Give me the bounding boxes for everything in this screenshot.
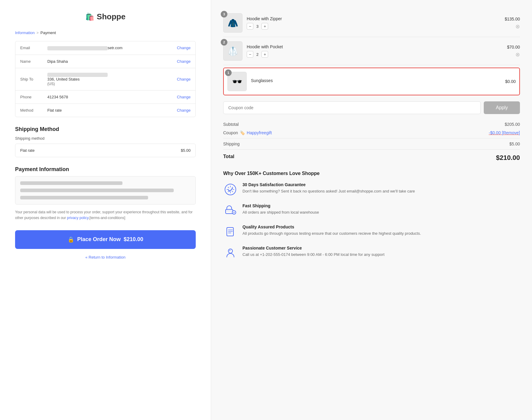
method-label: Method (20, 108, 47, 113)
item-name-3: Sunglasses (251, 78, 501, 83)
email-label: Email (20, 46, 47, 50)
return-to-information-link[interactable]: « Return to Information (85, 255, 125, 259)
shipping-method-box: Flat rate $5.00 (15, 144, 196, 157)
totals-section: Subtotal $205.00 Coupon 🏷️ Happyfreegift… (223, 120, 520, 164)
subtotal-row: Subtotal $205.00 (223, 120, 520, 129)
info-row-method: Method Flat rate Change (15, 104, 195, 117)
coupon-discount[interactable]: -$0.00 [Remove] (489, 130, 520, 135)
trust-title-3: Quality Assured Products (242, 224, 421, 229)
trust-icon-4 (223, 246, 238, 260)
trust-item-4: Passionate Customer Service Call us at +… (223, 246, 520, 260)
qty-value-1: 3 (256, 24, 258, 29)
item-info-2: Hoodie with Pocket − 2 + (247, 44, 503, 58)
logo: 🛍️ Shoppe (85, 12, 125, 21)
item-info-1: Hoodie with Zipper − 3 + (247, 16, 500, 30)
subtotal-value: $205.00 (505, 122, 520, 127)
phone-value: 41234 5678 (47, 95, 177, 99)
logo-text: Shoppe (97, 12, 125, 21)
item-price-3: $0.00 (505, 79, 516, 84)
item-name-2: Hoodie with Pocket (247, 44, 503, 49)
payment-info-box (15, 176, 196, 205)
flat-rate-label: Flat rate (20, 148, 35, 153)
shipping-method-title: Shipping Method (15, 126, 196, 132)
apply-coupon-button[interactable]: Apply (484, 101, 520, 114)
total-value: $210.00 (496, 154, 520, 162)
name-change-button[interactable]: Change (177, 59, 191, 64)
shipping-label: Shipping (223, 142, 240, 146)
coupon-label-text: Coupon (223, 130, 238, 135)
trust-desc-4: Call us at +1-202-555-0174 between 9:00 … (242, 252, 385, 258)
phone-change-button[interactable]: Change (177, 95, 191, 99)
subtotal-label: Subtotal (223, 122, 239, 127)
trust-item-3: Quality Assured Products All products go… (223, 224, 520, 239)
breadcrumb: Information > Payment (15, 30, 196, 35)
qty-value-2: 2 (256, 52, 258, 57)
cart-item-2: 2 🥼 Hoodie with Pocket − 2 + $70.00 ⊗ (223, 37, 520, 65)
trust-desc-3: All products go through rigorous testing… (242, 231, 421, 237)
item-qty-controls-2: − 2 + (247, 51, 503, 58)
shipping-method-subtitle: Shipping method (15, 136, 196, 141)
payment-info-title: Payment Information (15, 166, 196, 173)
svg-rect-1 (226, 209, 233, 214)
trust-item-1: 30 Days Satisfaction Gaurantee Don't lik… (223, 182, 520, 197)
item-thumb-wrap-2: 2 🥼 (223, 41, 242, 61)
name-label: Name (20, 59, 47, 64)
trust-text-3: Quality Assured Products All products go… (242, 224, 421, 237)
shipping-value: $5.00 (509, 142, 520, 146)
trust-title-4: Passionate Customer Service (242, 246, 385, 250)
total-row: Total $210.00 (223, 149, 520, 164)
coupon-input[interactable] (223, 101, 481, 114)
privacy-suffix: .[terms-and-conditions] (88, 216, 125, 220)
trust-item-2: Fast Shipping All orders are shipped fro… (223, 203, 520, 218)
return-link-area: « Return to Information (15, 255, 196, 259)
coupon-tag-icon: 🏷️ (240, 130, 245, 135)
email-value: setr.com (47, 46, 177, 50)
trust-icon-3 (223, 224, 238, 239)
name-value: Dipa Shaha (47, 59, 177, 64)
trust-title: Why Over 150K+ Customers Love Shoppe (223, 171, 520, 176)
method-change-button[interactable]: Change (177, 108, 191, 113)
info-table: Email setr.com Change Name Dipa Shaha Ch… (15, 41, 196, 117)
cart-item-1: 3 🧥 Hoodie with Zipper − 3 + $135.00 ⊗ (223, 9, 520, 37)
item-right-2: $70.00 ⊗ (507, 45, 520, 57)
logo-area: 🛍️ Shoppe (15, 12, 196, 21)
svg-point-8 (228, 249, 233, 253)
item-name-1: Hoodie with Zipper (247, 16, 500, 21)
place-order-button[interactable]: 🔒 Place Order Now $210.00 (15, 230, 196, 249)
trust-text-2: Fast Shipping All orders are shipped fro… (242, 203, 319, 215)
breadcrumb-information-link[interactable]: Information (15, 30, 35, 35)
qty-increase-1[interactable]: + (261, 23, 268, 30)
cart-items: 3 🧥 Hoodie with Zipper − 3 + $135.00 ⊗ 2… (223, 9, 520, 95)
qty-decrease-1[interactable]: − (247, 23, 253, 30)
payment-blurred-3 (20, 196, 148, 199)
item-info-3: Sunglasses (251, 78, 501, 85)
qty-increase-2[interactable]: + (261, 51, 268, 58)
trust-text-1: 30 Days Satisfaction Gaurantee Don't lik… (242, 182, 415, 194)
item-badge-2: 2 (221, 39, 227, 46)
breadcrumb-current: Payment (40, 30, 56, 35)
info-row-email: Email setr.com Change (15, 41, 195, 55)
shipto-value: 336, United States (US) (47, 72, 177, 86)
trust-section: Why Over 150K+ Customers Love Shoppe 30 … (223, 171, 520, 260)
privacy-text: Your personal data will be used to proce… (15, 209, 196, 221)
coupon-name: Happyfreegift (247, 130, 272, 135)
coupon-label: Coupon 🏷️ Happyfreegift (223, 130, 272, 135)
info-row-phone: Phone 41234 5678 Change (15, 91, 195, 104)
qty-decrease-2[interactable]: − (247, 51, 253, 58)
privacy-policy-link[interactable]: privacy policy (67, 216, 88, 220)
lock-icon: 🔒 (68, 236, 74, 243)
info-row-shipto: Ship To 336, United States (US) Change (15, 68, 195, 91)
phone-label: Phone (20, 95, 47, 99)
remove-button-1[interactable]: ⊗ (515, 24, 520, 29)
email-change-button[interactable]: Change (177, 46, 191, 50)
shipto-change-button[interactable]: Change (177, 77, 191, 81)
flat-rate-price: $5.00 (181, 148, 191, 153)
remove-button-2[interactable]: ⊗ (515, 52, 520, 57)
item-thumb-wrap-1: 3 🧥 (223, 13, 242, 33)
coupon-row-totals: Coupon 🏷️ Happyfreegift -$0.00 [Remove] (223, 129, 520, 137)
trust-desc-1: Don't like something? Sent it back no qu… (242, 188, 415, 194)
trust-text-4: Passionate Customer Service Call us at +… (242, 246, 385, 258)
trust-title-2: Fast Shipping (242, 203, 319, 208)
item-right-1: $135.00 ⊗ (505, 17, 520, 29)
trust-title-1: 30 Days Satisfaction Gaurantee (242, 182, 415, 187)
